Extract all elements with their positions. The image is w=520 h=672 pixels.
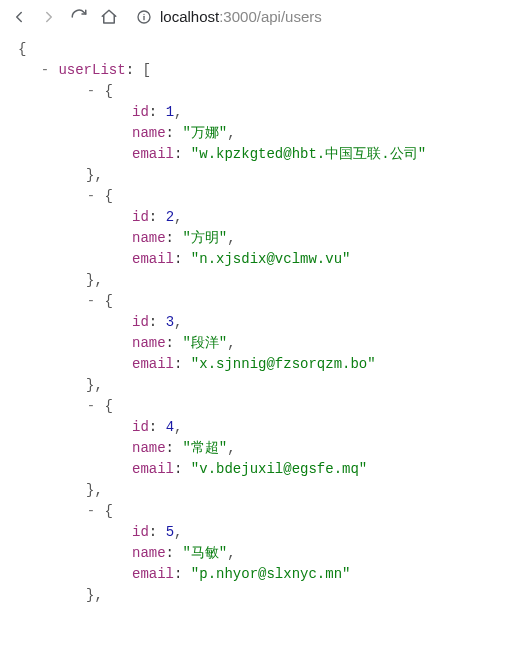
json-number: 3 — [166, 314, 174, 330]
json-key: id — [132, 209, 149, 225]
json-key: name — [132, 335, 166, 351]
json-key: id — [132, 524, 149, 540]
json-string: "w.kpzkgted@hbt.中国互联.公司" — [191, 146, 426, 162]
json-key: email — [132, 146, 174, 162]
json-string: "方明" — [182, 230, 227, 246]
url-path: /api/users — [257, 8, 322, 25]
json-key: email — [132, 251, 174, 267]
reload-icon[interactable] — [70, 8, 88, 26]
forward-icon[interactable] — [40, 8, 58, 26]
collapse-toggle-icon[interactable]: - — [86, 186, 96, 207]
json-string: "常超" — [182, 440, 227, 456]
collapse-toggle-icon[interactable]: - — [86, 396, 96, 417]
json-string: "段洋" — [182, 335, 227, 351]
json-key: userList — [58, 62, 125, 78]
url-port: :3000 — [219, 8, 257, 25]
json-number: 5 — [166, 524, 174, 540]
collapse-toggle-icon[interactable]: - — [86, 501, 96, 522]
json-key: name — [132, 125, 166, 141]
site-info-icon[interactable] — [136, 9, 152, 25]
address-bar[interactable]: localhost:3000/api/users — [130, 6, 510, 27]
json-number: 1 — [166, 104, 174, 120]
json-key: id — [132, 419, 149, 435]
json-string: "v.bdejuxil@egsfe.mq" — [191, 461, 367, 477]
collapse-toggle-icon[interactable]: - — [86, 291, 96, 312]
json-key: name — [132, 230, 166, 246]
json-key: name — [132, 440, 166, 456]
json-key: id — [132, 104, 149, 120]
json-key: email — [132, 461, 174, 477]
json-key: name — [132, 545, 166, 561]
collapse-toggle-icon[interactable]: - — [40, 60, 50, 81]
json-key: email — [132, 356, 174, 372]
json-string: "万娜" — [182, 125, 227, 141]
json-number: 2 — [166, 209, 174, 225]
json-key: id — [132, 314, 149, 330]
json-string: "p.nhyor@slxnyc.mn" — [191, 566, 351, 582]
home-icon[interactable] — [100, 8, 118, 26]
collapse-toggle-icon[interactable]: - — [86, 81, 96, 102]
json-string: "n.xjsdix@vclmw.vu" — [191, 251, 351, 267]
back-icon[interactable] — [10, 8, 28, 26]
url-host: localhost — [160, 8, 219, 25]
browser-toolbar: localhost:3000/api/users — [0, 0, 520, 33]
url-text: localhost:3000/api/users — [160, 8, 322, 25]
json-string: "马敏" — [182, 545, 227, 561]
json-key: email — [132, 566, 174, 582]
json-number: 4 — [166, 419, 174, 435]
json-string: "x.sjnnig@fzsorqzm.bo" — [191, 356, 376, 372]
json-viewer: {- userList: [- {id: 1,name: "万娜",email:… — [0, 33, 520, 606]
